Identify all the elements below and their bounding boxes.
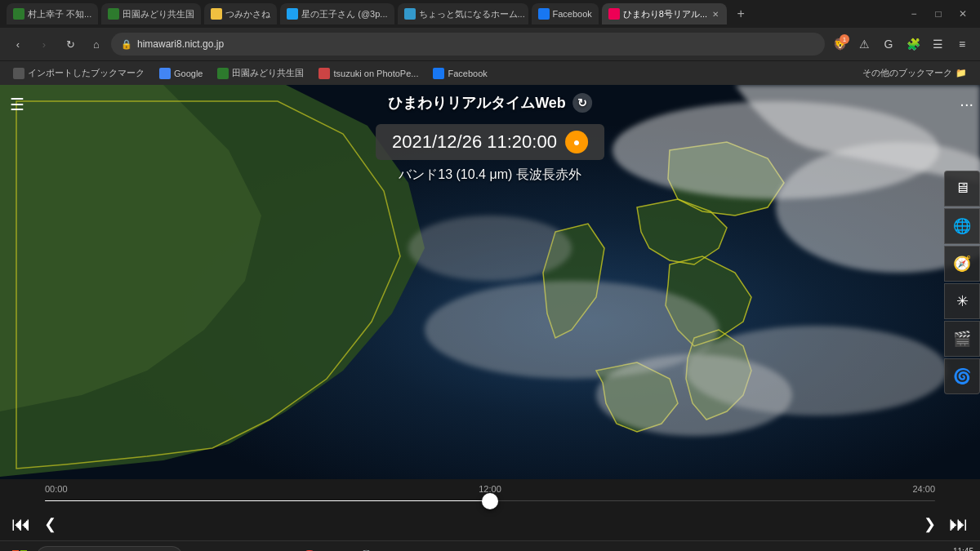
skip-to-end-button[interactable]: ⏭ (944, 511, 973, 537)
bookmark-google[interactable]: Google (153, 65, 209, 82)
player-bar: 00:00 12:00 24:00 ⏮ ❮ ❯ ⏭ (0, 479, 980, 540)
progress-track[interactable] (45, 500, 935, 501)
tab-5-favicon (404, 8, 416, 20)
tab-1-favicon (13, 8, 24, 20)
clock: 11:45 令和3年12月26日 (910, 546, 973, 552)
task-view-button[interactable]: ⧉ (186, 545, 211, 552)
datetime-text: 2021/12/26 11:20:00 (392, 131, 557, 153)
tab-7[interactable]: ひまわり8号リアル... ✕ (602, 3, 727, 24)
lock-icon: 🔒 (121, 39, 132, 50)
bookmark-tanomidori[interactable]: 田園みどり共生国 (211, 64, 310, 82)
pinned-app-2[interactable]: 📁 (270, 545, 294, 552)
translate-icon[interactable]: G (877, 33, 900, 56)
reload-button[interactable]: ↻ (59, 33, 82, 56)
other-bookmarks-label: その他のブックマーク (862, 67, 952, 79)
three-dots-menu[interactable]: ··· (960, 95, 973, 113)
start-button[interactable] (7, 544, 33, 552)
refresh-icon[interactable]: ↻ (572, 93, 592, 113)
browser-window: 村上幸子 不知... 田園みどり共生国 つみかさね 星の王子さん (@3p...… (0, 0, 980, 551)
tab-2-favicon (108, 8, 119, 20)
screen-button[interactable]: 🖥 (944, 171, 980, 207)
page-title-text: ひまわりリアルタイムWeb (388, 93, 566, 113)
back-button[interactable]: ‹ (7, 33, 29, 56)
maximize-button[interactable]: □ (928, 3, 949, 24)
pinned-app-6[interactable]: ✉ (381, 545, 405, 552)
bookmark-facebook-label: Facebook (448, 69, 487, 78)
datetime-box: 2021/12/26 11:20:00 ● (376, 124, 604, 160)
bookmark-imported[interactable]: インポートしたブックマーク (7, 64, 151, 82)
title-bar: 村上幸子 不知... 田園みどり共生国 つみかさね 星の王子さん (@3p...… (0, 0, 980, 28)
globe-button[interactable]: 🌐 (944, 208, 980, 244)
taskbar-right: 🔒 ⊙ 🔊 🔋 ☀ 6℃ 晴れ 11:45 令和3年12月26日 (801, 546, 973, 552)
tab-1-label: 村上幸子 不知... (28, 8, 91, 20)
progress-thumb[interactable] (482, 493, 498, 509)
bookmark-tanomidori-label: 田園みどり共生国 (232, 67, 304, 79)
bookmark-photope-favicon (318, 68, 330, 79)
asterisk-button[interactable]: ✳ (944, 283, 980, 319)
brave-shield-icon[interactable]: 🦁 1 (828, 33, 851, 56)
tab-3-favicon (211, 8, 222, 20)
bookmark-imported-label: インポートしたブックマーク (28, 67, 145, 79)
forward-button[interactable]: › (33, 33, 56, 56)
taskbar-search[interactable]: 🔍 ここに入力して検索 (36, 546, 183, 552)
new-tab-button[interactable]: + (730, 3, 751, 24)
address-text: himawari8.nict.go.jp (137, 38, 815, 50)
bookmark-google-label: Google (174, 69, 203, 78)
player-controls: ⏮ ❮ ❯ ⏭ (0, 508, 980, 540)
tab-6-label: Facebook (553, 9, 592, 19)
warning-icon[interactable]: ⚠ (853, 33, 875, 56)
tab-3[interactable]: つみかさね (204, 3, 277, 24)
menu-button[interactable]: ≡ (951, 33, 973, 56)
skip-to-start-button[interactable]: ⏮ (7, 511, 36, 537)
tab-4-label: 星の王子さん (@3p... (301, 8, 387, 20)
nav-bar: ‹ › ↻ ⌂ 🔒 himawari8.nict.go.jp 🦁 1 ⚠ G 🧩… (0, 28, 980, 60)
pinned-app-5[interactable]: 🔊 (353, 545, 377, 552)
bookmark-photope[interactable]: tsuzuki on PhotoPe... (312, 65, 425, 82)
home-button[interactable]: ⌂ (85, 33, 108, 56)
bookmarks-bar: インポートしたブックマーク Google 田園みどり共生国 tsuzuki on… (0, 60, 980, 85)
page-title-overlay: ひまわりリアルタイムWeb ↻ (388, 93, 592, 113)
folder-icon: 📁 (956, 68, 967, 78)
progress-fill (45, 500, 490, 501)
spiral-button[interactable]: 🌀 (944, 358, 980, 394)
pinned-app-3[interactable]: ⭕ (297, 545, 322, 552)
extensions-icon[interactable]: 🧩 (902, 33, 924, 56)
taskbar: 🔍 ここに入力して検索 ⧉ ⊞ 🗂 📁 ⭕ 🛡 🔊 ✉ ⚙ 🔒 ⊙ 🔊 🔋 ☀ … (0, 540, 980, 551)
tab-1[interactable]: 村上幸子 不知... (7, 3, 98, 24)
widgets-button[interactable]: ⊞ (214, 545, 238, 552)
bookmark-google-favicon (159, 68, 171, 79)
brave-badge: 1 (840, 34, 849, 44)
tab-2[interactable]: 田園みどり共生国 (101, 3, 201, 24)
compass-button[interactable]: 🧭 (944, 246, 980, 282)
tab-7-close[interactable]: ✕ (710, 8, 720, 20)
tab-5[interactable]: ちょっと気になるホーム... (398, 3, 528, 24)
tab-2-label: 田園みどり共生国 (122, 8, 194, 20)
svg-point-5 (408, 216, 572, 281)
tab-6[interactable]: Facebook (532, 3, 599, 24)
pinned-app-1[interactable]: 🗂 (242, 545, 266, 552)
taskbar-app-icons: ⧉ ⊞ 🗂 📁 ⭕ 🛡 🔊 ✉ ⚙ (186, 545, 433, 552)
address-bar[interactable]: 🔒 himawari8.nict.go.jp (111, 33, 825, 56)
minimize-button[interactable]: − (903, 3, 924, 24)
bookmark-tanomidori-favicon (217, 68, 229, 79)
prev-frame-button[interactable]: ❮ (39, 513, 61, 535)
loading-icon: ● (565, 131, 588, 153)
pinned-app-7[interactable]: ⚙ (408, 545, 433, 552)
tab-5-label: ちょっと気になるホーム... (419, 8, 525, 20)
tab-4[interactable]: 星の王子さん (@3p... (280, 3, 394, 24)
tab-6-favicon (538, 8, 550, 20)
hamburger-menu[interactable]: ☰ (10, 95, 24, 114)
other-bookmarks[interactable]: その他のブックマーク 📁 (856, 64, 973, 82)
time-start-label: 00:00 (45, 484, 68, 494)
sidebar-toggle-icon[interactable]: ☰ (926, 33, 949, 56)
close-button[interactable]: ✕ (952, 3, 973, 24)
bookmarks-right: その他のブックマーク 📁 (856, 64, 973, 82)
next-frame-button[interactable]: ❯ (919, 513, 941, 535)
satellite-view: ☰ ひまわりリアルタイムWeb ↻ 2021/12/26 11:20:00 ● … (0, 85, 980, 479)
film-button[interactable]: 🎬 (944, 321, 980, 357)
tab-3-label: つみかさね (225, 8, 270, 20)
pinned-app-4[interactable]: 🛡 (325, 545, 350, 552)
time-labels: 00:00 12:00 24:00 (0, 479, 980, 494)
bookmark-facebook[interactable]: Facebook (426, 65, 493, 82)
window-controls: − □ ✕ (903, 3, 973, 24)
